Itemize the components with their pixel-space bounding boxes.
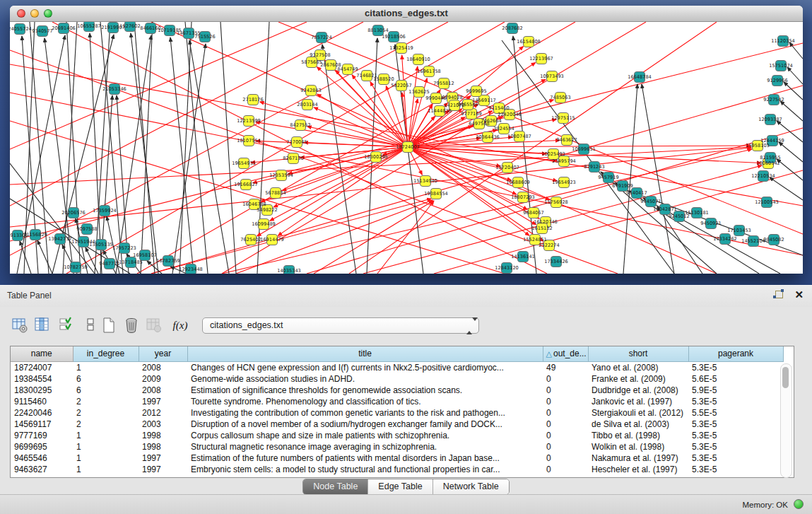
graph-node-label: 20206576: [61, 210, 86, 216]
graph-node-label: 9345071: [640, 199, 661, 204]
graph-node-label: 15524851: [523, 237, 547, 243]
graph-edge[interactable]: [787, 67, 803, 84]
table-row[interactable]: 911546021997Tourette syndrome. Phenomeno…: [11, 396, 783, 407]
graph-node-label: 18300295: [364, 154, 388, 160]
graph-edge[interactable]: [141, 22, 153, 274]
graph-edge[interactable]: [642, 84, 674, 274]
graph-edge[interactable]: [256, 141, 402, 146]
graph-edge[interactable]: [131, 33, 158, 274]
column-header-short[interactable]: short: [588, 346, 688, 361]
graph-edge[interactable]: [784, 82, 803, 100]
table-cell: 14569117: [11, 419, 73, 430]
column-header-year[interactable]: year: [139, 346, 187, 361]
graph-node-label: 12923448: [179, 267, 203, 272]
network-canvas[interactable]: 1872400793275085875685286760884547497146…: [10, 22, 803, 274]
graph-node-label: 8115955: [760, 155, 780, 160]
graph-node-label: 12100543: [755, 199, 779, 205]
graph-edge[interactable]: [779, 142, 803, 162]
graph-edge[interactable]: [10, 22, 307, 149]
graph-edge[interactable]: [37, 240, 52, 274]
table-row[interactable]: 1872400712008Changes of HCN gene express…: [11, 361, 783, 373]
graph-node-label: 7170045: [286, 139, 307, 145]
table-row[interactable]: 977716911998Corpus callosum shape and si…: [11, 430, 783, 441]
tab-edge-table[interactable]: Edge Table: [368, 479, 433, 494]
graph-edge[interactable]: [137, 22, 575, 274]
graph-edge[interactable]: [10, 93, 803, 255]
table-row[interactable]: 969969511998Structural magnetic resonanc…: [11, 441, 783, 452]
table-cell: 0: [543, 430, 588, 441]
graph-edge[interactable]: [90, 33, 102, 274]
graph-edge[interactable]: [10, 163, 95, 274]
float-window-icon[interactable]: [773, 289, 784, 300]
graph-edge[interactable]: [413, 149, 516, 194]
graph-node-label: 13718485: [119, 259, 143, 265]
graph-edge[interactable]: [170, 37, 194, 274]
table-cell: 49: [543, 361, 588, 373]
table-tabs: Node Table Edge Table Network Table: [0, 479, 812, 496]
graph-edge[interactable]: [151, 22, 717, 274]
column-header-out-degree[interactable]: △out_de...: [543, 346, 588, 361]
table-cell: de Silva et al. (2003): [588, 419, 688, 430]
table-cell: 6: [73, 385, 139, 396]
table-mode-icon[interactable]: [10, 315, 30, 335]
table-row[interactable]: 946554611997Estimation of the future num…: [11, 452, 783, 464]
column-header-pagerank[interactable]: pagerank: [688, 346, 783, 361]
delete-table-icon[interactable]: [144, 315, 164, 335]
table-cell: 5.3E-5: [688, 430, 783, 441]
table-cell: 18724007: [11, 361, 73, 373]
graph-node-label: 13505135: [89, 242, 113, 247]
graph-edge[interactable]: [317, 94, 403, 144]
graph-edge[interactable]: [409, 99, 418, 141]
graph-node-label: 7955812: [433, 81, 454, 86]
graph-node-label: 5678834: [265, 190, 286, 196]
show-columns-icon[interactable]: [33, 315, 52, 335]
table-cell: 2: [73, 419, 139, 430]
graph-node-label: 12444159: [760, 138, 784, 144]
graph-edge[interactable]: [770, 177, 803, 200]
table-row[interactable]: 1938455462009Genome-wide association stu…: [11, 373, 783, 385]
select-rows-icon[interactable]: [57, 315, 76, 335]
table-cell: Hescheler et al. (1997): [588, 464, 688, 475]
table-scrollbar-thumb[interactable]: [782, 367, 789, 388]
delete-column-icon[interactable]: [122, 315, 141, 335]
tab-network-table[interactable]: Network Table: [433, 479, 509, 494]
close-panel-icon[interactable]: ✕: [794, 289, 804, 300]
graph-node-label: 16914479: [260, 237, 284, 243]
function-builder-icon[interactable]: f(x): [168, 315, 192, 335]
graph-edge[interactable]: [185, 22, 208, 274]
row-mode-icon[interactable]: [81, 315, 100, 335]
table-toolbar: f(x) citations_edges.txt: [6, 311, 806, 339]
graph-node-label: 20364436: [476, 134, 500, 140]
graph-node-label: 14552104: [741, 238, 765, 244]
tab-node-table[interactable]: Node Table: [303, 479, 368, 494]
column-header-in-degree[interactable]: in_degree: [73, 346, 139, 361]
table-row[interactable]: 2242004622012Investigating the contribut…: [11, 407, 783, 419]
graph-edge[interactable]: [189, 40, 229, 274]
column-header-name[interactable]: name: [11, 346, 73, 361]
table-cell: 2008: [139, 385, 187, 396]
graph-node-label: 2803144: [297, 102, 317, 107]
graph-edge[interactable]: [151, 199, 431, 274]
table-row[interactable]: 946362711997Embryonic stem cells: a mode…: [11, 464, 783, 475]
table-selector-dropdown[interactable]: citations_edges.txt: [202, 317, 479, 334]
table-row[interactable]: 1830029562008Estimation of significance …: [11, 385, 783, 396]
column-header-title[interactable]: title: [187, 346, 543, 361]
graph-edge[interactable]: [100, 22, 123, 274]
graph-node-label: 12213599: [237, 118, 261, 124]
graph-node-label: 13942737: [48, 236, 72, 242]
memory-status-icon[interactable]: [794, 499, 804, 509]
graph-edge[interactable]: [780, 101, 803, 121]
graph-node-label: 17103453: [727, 228, 751, 233]
network-window-titlebar[interactable]: citations_edges.txt: [10, 6, 803, 22]
table-cell: 1: [73, 430, 139, 441]
table-cell: Tibbo et al. (1998): [588, 430, 688, 441]
graph-edge[interactable]: [408, 66, 418, 141]
graph-edge[interactable]: [134, 22, 155, 274]
table-row[interactable]: 1456911722003Disruption of a novel membe…: [11, 419, 783, 430]
new-column-icon[interactable]: [99, 315, 119, 335]
table-cell: 2003: [139, 419, 187, 430]
graph-edge[interactable]: [777, 159, 803, 180]
graph-node-label: 10060342: [756, 160, 780, 166]
table-cell: 19384554: [11, 373, 73, 385]
table-scrollbar[interactable]: [780, 363, 792, 478]
